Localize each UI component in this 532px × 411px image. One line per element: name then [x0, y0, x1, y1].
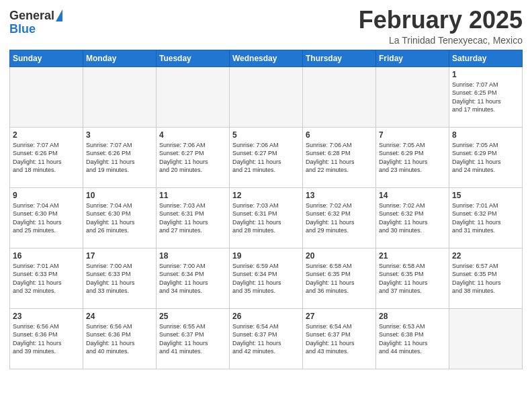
calendar-cell: 20Sunrise: 6:58 AM Sunset: 6:35 PM Dayli…: [303, 248, 376, 308]
calendar-cell: 8Sunrise: 7:05 AM Sunset: 6:29 PM Daylig…: [449, 127, 523, 187]
calendar-cell: 2Sunrise: 7:07 AM Sunset: 6:26 PM Daylig…: [10, 127, 83, 187]
day-number: 2: [13, 130, 80, 140]
calendar-cell: 5Sunrise: 7:06 AM Sunset: 6:27 PM Daylig…: [230, 127, 303, 187]
day-info: Sunrise: 7:07 AM Sunset: 6:26 PM Dayligh…: [13, 141, 80, 175]
day-info: Sunrise: 7:07 AM Sunset: 6:25 PM Dayligh…: [452, 81, 519, 114]
day-number: 17: [86, 251, 153, 261]
calendar-cell: 11Sunrise: 7:03 AM Sunset: 6:31 PM Dayli…: [157, 187, 230, 248]
day-number: 3: [86, 130, 153, 140]
day-number: 22: [452, 251, 519, 261]
day-info: Sunrise: 7:07 AM Sunset: 6:26 PM Dayligh…: [86, 141, 153, 175]
logo: General Blue: [9, 9, 62, 36]
day-number: 14: [379, 191, 446, 200]
day-info: Sunrise: 7:01 AM Sunset: 6:32 PM Dayligh…: [452, 201, 519, 235]
calendar-cell: 26Sunrise: 6:54 AM Sunset: 6:37 PM Dayli…: [230, 308, 303, 369]
calendar-cell: [230, 66, 303, 127]
day-info: Sunrise: 7:05 AM Sunset: 6:29 PM Dayligh…: [452, 141, 519, 175]
day-number: 10: [86, 191, 153, 200]
day-info: Sunrise: 6:59 AM Sunset: 6:34 PM Dayligh…: [232, 262, 300, 295]
day-number: 20: [306, 251, 373, 261]
weekday-header-wednesday: Wednesday: [230, 50, 303, 66]
calendar-cell: 21Sunrise: 6:58 AM Sunset: 6:35 PM Dayli…: [376, 248, 449, 308]
calendar-cell: 16Sunrise: 7:01 AM Sunset: 6:33 PM Dayli…: [10, 248, 83, 308]
weekday-header-tuesday: Tuesday: [157, 50, 230, 66]
calendar-cell: 10Sunrise: 7:04 AM Sunset: 6:30 PM Dayli…: [83, 187, 157, 248]
day-info: Sunrise: 6:56 AM Sunset: 6:36 PM Dayligh…: [86, 322, 153, 356]
calendar-cell: 22Sunrise: 6:57 AM Sunset: 6:35 PM Dayli…: [449, 248, 523, 308]
calendar-cell: 7Sunrise: 7:05 AM Sunset: 6:29 PM Daylig…: [376, 127, 449, 187]
day-info: Sunrise: 7:00 AM Sunset: 6:34 PM Dayligh…: [159, 262, 226, 295]
day-number: 1: [452, 70, 519, 79]
day-number: 25: [159, 312, 226, 321]
day-info: Sunrise: 7:05 AM Sunset: 6:29 PM Dayligh…: [379, 141, 446, 175]
calendar-cell: [449, 308, 523, 369]
calendar-table: SundayMondayTuesdayWednesdayThursdayFrid…: [9, 50, 523, 369]
calendar-cell: 14Sunrise: 7:02 AM Sunset: 6:32 PM Dayli…: [376, 187, 449, 248]
day-info: Sunrise: 6:53 AM Sunset: 6:38 PM Dayligh…: [379, 322, 446, 356]
calendar-header: SundayMondayTuesdayWednesdayThursdayFrid…: [10, 50, 523, 66]
weekday-header-row: SundayMondayTuesdayWednesdayThursdayFrid…: [10, 50, 523, 66]
day-info: Sunrise: 6:55 AM Sunset: 6:37 PM Dayligh…: [159, 322, 226, 356]
calendar-cell: [157, 66, 230, 127]
day-info: Sunrise: 6:57 AM Sunset: 6:35 PM Dayligh…: [452, 262, 519, 295]
calendar-body: 1Sunrise: 7:07 AM Sunset: 6:25 PM Daylig…: [10, 66, 523, 369]
calendar-cell: 25Sunrise: 6:55 AM Sunset: 6:37 PM Dayli…: [157, 308, 230, 369]
day-info: Sunrise: 6:56 AM Sunset: 6:36 PM Dayligh…: [13, 322, 80, 356]
day-number: 21: [379, 251, 446, 261]
day-number: 28: [379, 312, 446, 321]
logo-text-block: General Blue: [9, 9, 62, 36]
calendar-cell: 1Sunrise: 7:07 AM Sunset: 6:25 PM Daylig…: [449, 66, 523, 127]
calendar-cell: 12Sunrise: 7:03 AM Sunset: 6:31 PM Dayli…: [230, 187, 303, 248]
day-info: Sunrise: 7:06 AM Sunset: 6:27 PM Dayligh…: [159, 141, 226, 175]
calendar-cell: 18Sunrise: 7:00 AM Sunset: 6:34 PM Dayli…: [157, 248, 230, 308]
day-info: Sunrise: 7:06 AM Sunset: 6:27 PM Dayligh…: [232, 141, 300, 175]
day-info: Sunrise: 7:02 AM Sunset: 6:32 PM Dayligh…: [379, 201, 446, 235]
calendar-cell: 24Sunrise: 6:56 AM Sunset: 6:36 PM Dayli…: [83, 308, 157, 369]
day-info: Sunrise: 6:54 AM Sunset: 6:37 PM Dayligh…: [306, 322, 373, 356]
weekday-header-saturday: Saturday: [449, 50, 523, 66]
calendar-week-row: 2Sunrise: 7:07 AM Sunset: 6:26 PM Daylig…: [10, 127, 523, 187]
header: General Blue February 2025 La Trinidad T…: [9, 7, 523, 46]
day-number: 26: [232, 312, 300, 321]
day-info: Sunrise: 6:54 AM Sunset: 6:37 PM Dayligh…: [232, 322, 300, 356]
day-info: Sunrise: 7:04 AM Sunset: 6:30 PM Dayligh…: [86, 201, 153, 235]
day-info: Sunrise: 7:04 AM Sunset: 6:30 PM Dayligh…: [13, 201, 80, 235]
title-block: February 2025 La Trinidad Tenexyecac, Me…: [359, 7, 523, 46]
calendar-cell: [10, 66, 83, 127]
calendar-week-row: 1Sunrise: 7:07 AM Sunset: 6:25 PM Daylig…: [10, 66, 523, 127]
day-number: 7: [379, 130, 446, 140]
calendar-cell: 27Sunrise: 6:54 AM Sunset: 6:37 PM Dayli…: [303, 308, 376, 369]
day-number: 15: [452, 191, 519, 200]
calendar-location: La Trinidad Tenexyecac, Mexico: [359, 35, 523, 46]
day-info: Sunrise: 7:01 AM Sunset: 6:33 PM Dayligh…: [13, 262, 80, 295]
calendar-cell: 6Sunrise: 7:06 AM Sunset: 6:28 PM Daylig…: [303, 127, 376, 187]
day-number: 23: [13, 312, 80, 321]
weekday-header-sunday: Sunday: [10, 50, 83, 66]
day-number: 18: [159, 251, 226, 261]
logo-blue: Blue: [9, 22, 36, 36]
day-info: Sunrise: 7:03 AM Sunset: 6:31 PM Dayligh…: [232, 201, 300, 235]
day-number: 19: [232, 251, 300, 261]
calendar-cell: 4Sunrise: 7:06 AM Sunset: 6:27 PM Daylig…: [157, 127, 230, 187]
calendar-cell: 19Sunrise: 6:59 AM Sunset: 6:34 PM Dayli…: [230, 248, 303, 308]
day-number: 12: [232, 191, 300, 200]
calendar-cell: [303, 66, 376, 127]
calendar-cell: 17Sunrise: 7:00 AM Sunset: 6:33 PM Dayli…: [83, 248, 157, 308]
day-number: 16: [13, 251, 80, 261]
calendar-week-row: 9Sunrise: 7:04 AM Sunset: 6:30 PM Daylig…: [10, 187, 523, 248]
day-number: 24: [86, 312, 153, 321]
calendar-cell: [376, 66, 449, 127]
calendar-cell: 23Sunrise: 6:56 AM Sunset: 6:36 PM Dayli…: [10, 308, 83, 369]
calendar-cell: 3Sunrise: 7:07 AM Sunset: 6:26 PM Daylig…: [83, 127, 157, 187]
weekday-header-friday: Friday: [376, 50, 449, 66]
calendar-cell: 13Sunrise: 7:02 AM Sunset: 6:32 PM Dayli…: [303, 187, 376, 248]
weekday-header-monday: Monday: [83, 50, 157, 66]
weekday-header-thursday: Thursday: [303, 50, 376, 66]
calendar-title: February 2025: [359, 7, 523, 34]
day-number: 5: [232, 130, 300, 140]
day-info: Sunrise: 7:02 AM Sunset: 6:32 PM Dayligh…: [306, 201, 373, 235]
calendar-week-row: 23Sunrise: 6:56 AM Sunset: 6:36 PM Dayli…: [10, 308, 523, 369]
day-info: Sunrise: 6:58 AM Sunset: 6:35 PM Dayligh…: [306, 262, 373, 295]
logo-triangle-icon: [56, 9, 62, 21]
day-number: 9: [13, 191, 80, 200]
